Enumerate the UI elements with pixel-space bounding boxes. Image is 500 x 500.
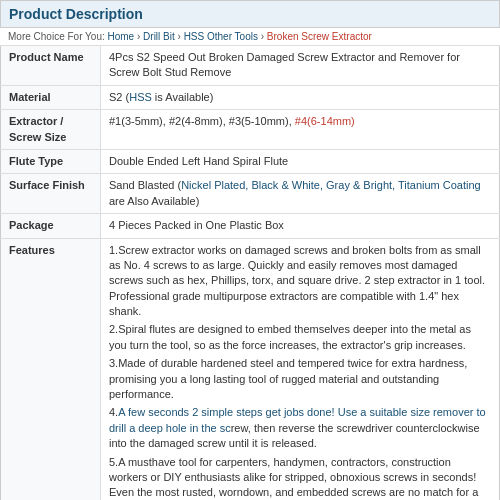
- label-flute-type: Flute Type: [1, 149, 101, 173]
- feature-2: 2.Spiral flutes are designed to embed th…: [109, 322, 491, 353]
- row-extractor-size: Extractor /Screw Size #1(3-5mm), #2(4-8m…: [1, 110, 500, 150]
- row-flute-type: Flute Type Double Ended Left Hand Spiral…: [1, 149, 500, 173]
- value-flute-type: Double Ended Left Hand Spiral Flute: [101, 149, 500, 173]
- features-list: 1.Screw extractor works on damaged screw…: [109, 243, 491, 500]
- hss-link[interactable]: HSS: [129, 91, 152, 103]
- value-features: 1.Screw extractor works on damaged screw…: [101, 238, 500, 500]
- value-material: S2 (HSS is Available): [101, 85, 500, 109]
- row-features: Features 1.Screw extractor works on dama…: [1, 238, 500, 500]
- feature-5: 5.A musthave tool for carpenters, handym…: [109, 455, 491, 500]
- value-package: 4 Pieces Packed in One Plastic Box: [101, 214, 500, 238]
- product-description-title: Product Description: [9, 6, 143, 22]
- label-extractor-size: Extractor /Screw Size: [1, 110, 101, 150]
- breadcrumb-drill-bit[interactable]: Drill Bit: [143, 31, 175, 42]
- label-product-name: Product Name: [1, 46, 101, 85]
- product-description-section: Product Description More Choice For You:…: [0, 0, 500, 500]
- row-package: Package 4 Pieces Packed in One Plastic B…: [1, 214, 500, 238]
- description-table: Product Name 4Pcs S2 Speed Out Broken Da…: [0, 46, 500, 500]
- product-description-header: Product Description: [0, 0, 500, 28]
- label-package: Package: [1, 214, 101, 238]
- surface-finish-highlight: Nickel Plated, Black & White, Gray & Bri…: [181, 179, 481, 191]
- row-surface-finish: Surface Finish Sand Blasted (Nickel Plat…: [1, 174, 500, 214]
- row-material: Material S2 (HSS is Available): [1, 85, 500, 109]
- breadcrumb-home[interactable]: Home: [108, 31, 135, 42]
- value-product-name: 4Pcs S2 Speed Out Broken Damaged Screw E…: [101, 46, 500, 85]
- breadcrumb-prefix: More Choice For You:: [8, 31, 105, 42]
- extractor-highlight: #4(6-14mm): [295, 115, 355, 127]
- label-material: Material: [1, 85, 101, 109]
- breadcrumb-hss-tools[interactable]: HSS Other Tools: [184, 31, 258, 42]
- label-surface-finish: Surface Finish: [1, 174, 101, 214]
- value-extractor-size: #1(3-5mm), #2(4-8mm), #3(5-10mm), #4(6-1…: [101, 110, 500, 150]
- breadcrumb: More Choice For You: Home › Drill Bit › …: [0, 28, 500, 46]
- feature-1: 1.Screw extractor works on damaged screw…: [109, 243, 491, 320]
- value-surface-finish: Sand Blasted (Nickel Plated, Black & Whi…: [101, 174, 500, 214]
- row-product-name: Product Name 4Pcs S2 Speed Out Broken Da…: [1, 46, 500, 85]
- feature-4: 4.A few seconds 2 simple steps get jobs …: [109, 405, 491, 451]
- label-features: Features: [1, 238, 101, 500]
- breadcrumb-broken-screw[interactable]: Broken Screw Extractor: [267, 31, 372, 42]
- feature-3: 3.Made of durable hardened steel and tem…: [109, 356, 491, 402]
